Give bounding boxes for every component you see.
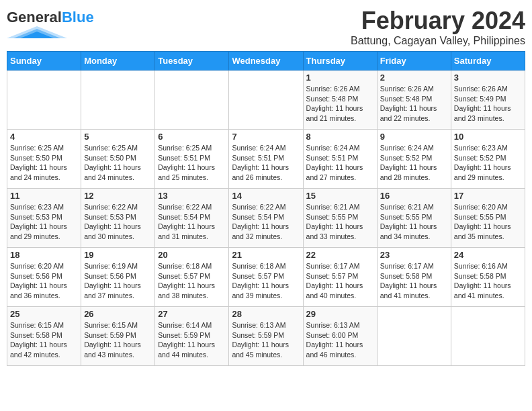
calendar-cell: 19Sunrise: 6:19 AM Sunset: 5:56 PM Dayli… <box>81 248 155 307</box>
weekday-header-monday: Monday <box>81 52 155 71</box>
calendar-cell: 24Sunrise: 6:16 AM Sunset: 5:58 PM Dayli… <box>451 248 525 307</box>
day-info: Sunrise: 6:23 AM Sunset: 5:53 PM Dayligh… <box>10 202 78 242</box>
calendar-cell: 12Sunrise: 6:22 AM Sunset: 5:53 PM Dayli… <box>81 189 155 248</box>
day-number: 18 <box>10 250 78 260</box>
day-number: 3 <box>454 73 522 83</box>
week-row-1: 1Sunrise: 6:26 AM Sunset: 5:48 PM Daylig… <box>7 71 525 130</box>
day-number: 25 <box>10 309 78 319</box>
day-info: Sunrise: 6:24 AM Sunset: 5:51 PM Dayligh… <box>306 143 374 183</box>
calendar-cell: 5Sunrise: 6:25 AM Sunset: 5:50 PM Daylig… <box>81 130 155 189</box>
calendar-cell: 26Sunrise: 6:15 AM Sunset: 5:59 PM Dayli… <box>81 307 155 366</box>
calendar-cell: 21Sunrise: 6:18 AM Sunset: 5:57 PM Dayli… <box>229 248 303 307</box>
day-number: 15 <box>306 191 374 201</box>
calendar-cell: 29Sunrise: 6:13 AM Sunset: 6:00 PM Dayli… <box>303 307 377 366</box>
calendar-subtitle: Battung, Cagayan Valley, Philippines <box>351 35 525 47</box>
day-number: 28 <box>232 309 300 319</box>
day-info: Sunrise: 6:22 AM Sunset: 5:54 PM Dayligh… <box>158 202 226 242</box>
calendar-cell: 17Sunrise: 6:20 AM Sunset: 5:55 PM Dayli… <box>451 189 525 248</box>
weekday-header-saturday: Saturday <box>451 52 525 71</box>
calendar-cell: 18Sunrise: 6:20 AM Sunset: 5:56 PM Dayli… <box>7 248 81 307</box>
day-number: 4 <box>10 132 78 142</box>
day-number: 13 <box>158 191 226 201</box>
week-row-2: 4Sunrise: 6:25 AM Sunset: 5:50 PM Daylig… <box>7 130 525 189</box>
day-info: Sunrise: 6:20 AM Sunset: 5:56 PM Dayligh… <box>10 261 78 301</box>
calendar-cell: 27Sunrise: 6:14 AM Sunset: 5:59 PM Dayli… <box>155 307 229 366</box>
calendar-cell <box>377 307 451 366</box>
day-number: 10 <box>454 132 522 142</box>
day-number: 11 <box>10 191 78 201</box>
day-info: Sunrise: 6:17 AM Sunset: 5:57 PM Dayligh… <box>306 261 374 301</box>
day-info: Sunrise: 6:24 AM Sunset: 5:52 PM Dayligh… <box>380 143 448 183</box>
day-info: Sunrise: 6:16 AM Sunset: 5:58 PM Dayligh… <box>454 261 522 301</box>
day-number: 5 <box>84 132 152 142</box>
day-number: 20 <box>158 250 226 260</box>
day-number: 29 <box>306 309 374 319</box>
day-number: 24 <box>454 250 522 260</box>
week-row-4: 18Sunrise: 6:20 AM Sunset: 5:56 PM Dayli… <box>7 248 525 307</box>
calendar-cell <box>155 71 229 130</box>
day-info: Sunrise: 6:24 AM Sunset: 5:51 PM Dayligh… <box>232 143 300 183</box>
day-info: Sunrise: 6:20 AM Sunset: 5:55 PM Dayligh… <box>454 202 522 242</box>
calendar-cell <box>7 71 81 130</box>
page-header: GeneralBlue February 2024 Battung, Cagay… <box>7 7 525 47</box>
day-number: 17 <box>454 191 522 201</box>
calendar-cell: 10Sunrise: 6:23 AM Sunset: 5:52 PM Dayli… <box>451 130 525 189</box>
day-number: 6 <box>158 132 226 142</box>
day-info: Sunrise: 6:15 AM Sunset: 5:58 PM Dayligh… <box>10 320 78 360</box>
weekday-header-tuesday: Tuesday <box>155 52 229 71</box>
calendar-cell: 22Sunrise: 6:17 AM Sunset: 5:57 PM Dayli… <box>303 248 377 307</box>
day-info: Sunrise: 6:17 AM Sunset: 5:58 PM Dayligh… <box>380 261 448 301</box>
calendar-cell: 11Sunrise: 6:23 AM Sunset: 5:53 PM Dayli… <box>7 189 81 248</box>
calendar-cell: 13Sunrise: 6:22 AM Sunset: 5:54 PM Dayli… <box>155 189 229 248</box>
calendar-cell <box>451 307 525 366</box>
weekday-header-sunday: Sunday <box>7 52 81 71</box>
calendar-cell <box>81 71 155 130</box>
calendar-cell: 9Sunrise: 6:24 AM Sunset: 5:52 PM Daylig… <box>377 130 451 189</box>
day-info: Sunrise: 6:14 AM Sunset: 5:59 PM Dayligh… <box>158 320 226 360</box>
calendar-cell: 4Sunrise: 6:25 AM Sunset: 5:50 PM Daylig… <box>7 130 81 189</box>
calendar-cell: 7Sunrise: 6:24 AM Sunset: 5:51 PM Daylig… <box>229 130 303 189</box>
week-row-3: 11Sunrise: 6:23 AM Sunset: 5:53 PM Dayli… <box>7 189 525 248</box>
week-row-5: 25Sunrise: 6:15 AM Sunset: 5:58 PM Dayli… <box>7 307 525 366</box>
day-info: Sunrise: 6:25 AM Sunset: 5:50 PM Dayligh… <box>84 143 152 183</box>
calendar-cell: 3Sunrise: 6:26 AM Sunset: 5:49 PM Daylig… <box>451 71 525 130</box>
calendar-cell: 8Sunrise: 6:24 AM Sunset: 5:51 PM Daylig… <box>303 130 377 189</box>
calendar-cell: 23Sunrise: 6:17 AM Sunset: 5:58 PM Dayli… <box>377 248 451 307</box>
logo: GeneralBlue <box>7 9 94 40</box>
calendar-cell: 25Sunrise: 6:15 AM Sunset: 5:58 PM Dayli… <box>7 307 81 366</box>
day-number: 1 <box>306 73 374 83</box>
calendar-cell <box>229 71 303 130</box>
day-info: Sunrise: 6:23 AM Sunset: 5:52 PM Dayligh… <box>454 143 522 183</box>
day-number: 16 <box>380 191 448 201</box>
day-info: Sunrise: 6:13 AM Sunset: 5:59 PM Dayligh… <box>232 320 300 360</box>
weekday-header-wednesday: Wednesday <box>229 52 303 71</box>
day-info: Sunrise: 6:18 AM Sunset: 5:57 PM Dayligh… <box>158 261 226 301</box>
day-number: 23 <box>380 250 448 260</box>
day-info: Sunrise: 6:26 AM Sunset: 5:48 PM Dayligh… <box>306 84 374 124</box>
day-info: Sunrise: 6:25 AM Sunset: 5:50 PM Dayligh… <box>10 143 78 183</box>
calendar-cell: 28Sunrise: 6:13 AM Sunset: 5:59 PM Dayli… <box>229 307 303 366</box>
weekday-header-thursday: Thursday <box>303 52 377 71</box>
title-section: February 2024 Battung, Cagayan Valley, P… <box>351 7 525 47</box>
day-number: 19 <box>84 250 152 260</box>
day-number: 27 <box>158 309 226 319</box>
calendar-cell: 15Sunrise: 6:21 AM Sunset: 5:55 PM Dayli… <box>303 189 377 248</box>
day-number: 9 <box>380 132 448 142</box>
weekday-header-friday: Friday <box>377 52 451 71</box>
calendar-cell: 2Sunrise: 6:26 AM Sunset: 5:48 PM Daylig… <box>377 71 451 130</box>
calendar-cell: 20Sunrise: 6:18 AM Sunset: 5:57 PM Dayli… <box>155 248 229 307</box>
day-info: Sunrise: 6:13 AM Sunset: 6:00 PM Dayligh… <box>306 320 374 360</box>
day-info: Sunrise: 6:22 AM Sunset: 5:54 PM Dayligh… <box>232 202 300 242</box>
day-info: Sunrise: 6:21 AM Sunset: 5:55 PM Dayligh… <box>380 202 448 242</box>
day-number: 26 <box>84 309 152 319</box>
calendar-cell: 16Sunrise: 6:21 AM Sunset: 5:55 PM Dayli… <box>377 189 451 248</box>
day-info: Sunrise: 6:15 AM Sunset: 5:59 PM Dayligh… <box>84 320 152 360</box>
calendar-cell: 6Sunrise: 6:25 AM Sunset: 5:51 PM Daylig… <box>155 130 229 189</box>
day-info: Sunrise: 6:21 AM Sunset: 5:55 PM Dayligh… <box>306 202 374 242</box>
logo-general-text: General <box>7 9 62 26</box>
day-info: Sunrise: 6:22 AM Sunset: 5:53 PM Dayligh… <box>84 202 152 242</box>
day-info: Sunrise: 6:18 AM Sunset: 5:57 PM Dayligh… <box>232 261 300 301</box>
weekday-header-row: SundayMondayTuesdayWednesdayThursdayFrid… <box>7 52 525 71</box>
calendar-cell: 1Sunrise: 6:26 AM Sunset: 5:48 PM Daylig… <box>303 71 377 130</box>
day-number: 14 <box>232 191 300 201</box>
